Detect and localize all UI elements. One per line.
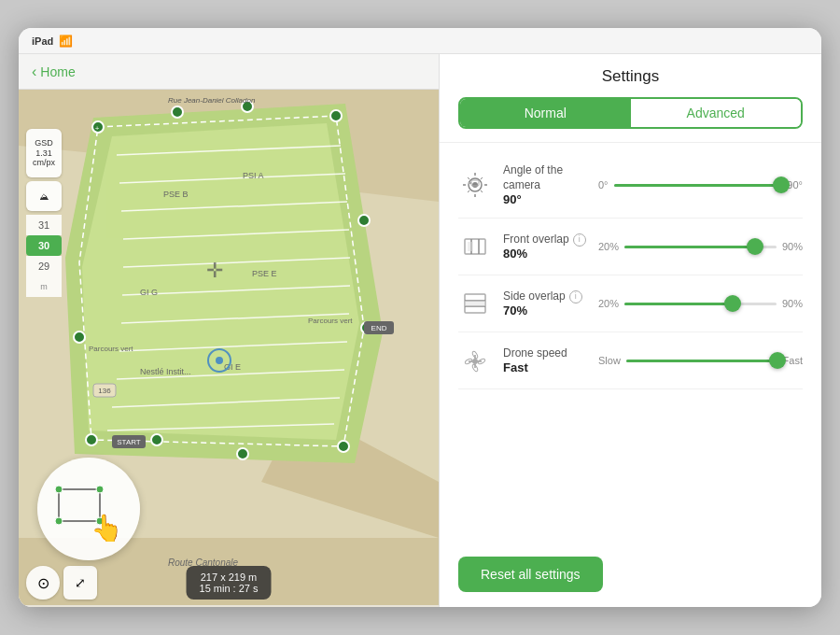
svg-point-21 — [330, 110, 342, 121]
svg-point-51 — [96, 486, 104, 493]
svg-rect-65 — [465, 301, 485, 306]
front-overlap-value: 80% — [503, 247, 587, 261]
svg-point-28 — [151, 434, 162, 445]
tab-normal[interactable]: Normal — [460, 99, 631, 127]
svg-text:Rue Jean-Daniel Colladon: Rue Jean-Daniel Colladon — [168, 96, 256, 105]
svg-text:+: + — [95, 124, 100, 133]
drone-icon — [458, 344, 492, 377]
svg-point-19 — [172, 106, 183, 118]
front-overlap-slider-area: 20% 90% — [598, 237, 803, 256]
front-overlap-name: Front overlap i — [503, 233, 587, 247]
svg-point-22 — [358, 215, 370, 226]
side-overlap-value: 70% — [503, 303, 587, 318]
side-overlap-min: 20% — [598, 298, 619, 309]
front-overlap-max: 90% — [782, 241, 803, 252]
camera-angle-slider[interactable] — [614, 176, 782, 194]
settings-panel: Settings Normal Advanced — [439, 54, 821, 607]
terrain-button[interactable]: ⛰ — [26, 181, 62, 211]
front-overlap-row: Front overlap i 80% 20% 9 — [458, 219, 803, 275]
alt-30-active[interactable]: 30 — [26, 235, 62, 256]
gsd-button[interactable]: GSD 1.31 cm/px — [26, 129, 62, 177]
drone-speed-max: Fast — [783, 355, 803, 366]
side-overlap-label-area: Side overlap i 70% — [503, 289, 587, 318]
svg-point-50 — [55, 486, 63, 493]
gsd-value: 1.31 — [35, 148, 52, 159]
mission-info: 217 x 219 m 15 min : 27 s — [187, 566, 272, 600]
drone-speed-row: Drone speed Fast Slow Fast — [458, 332, 803, 389]
svg-point-48 — [216, 357, 223, 364]
wifi-icon: 📶 — [59, 35, 73, 48]
alt-unit: m — [26, 276, 62, 297]
drone-speed-min: Slow — [598, 355, 621, 366]
camera-angle-row: Angle of the camera 90° 0° 90° — [458, 152, 803, 219]
mission-duration: 15 min : 27 s — [200, 583, 259, 594]
svg-rect-61 — [468, 242, 473, 251]
drone-speed-slider-area: Slow Fast — [598, 351, 803, 370]
svg-text:START: START — [117, 438, 141, 446]
front-overlap-slider[interactable] — [624, 237, 777, 256]
camera-angle-value: 90° — [503, 192, 587, 206]
status-bar: iPad 📶 — [19, 28, 821, 54]
svg-text:PSE E: PSE E — [252, 269, 277, 278]
svg-text:PSE B: PSE B — [163, 190, 189, 199]
svg-text:✛: ✛ — [206, 259, 223, 282]
chevron-left-icon: ‹ — [32, 64, 36, 80]
bottom-left-buttons: ⊙ ⤢ — [26, 566, 97, 600]
tab-advanced[interactable]: Advanced — [631, 99, 802, 127]
svg-text:GI E: GI E — [224, 362, 241, 372]
reset-settings-button[interactable]: Reset all settings — [458, 557, 603, 592]
back-label: Home — [40, 64, 75, 79]
drone-speed-slider[interactable] — [626, 351, 777, 370]
svg-text:PSI A: PSI A — [243, 171, 264, 180]
camera-angle-slider-area: 0° 90° — [598, 176, 803, 194]
front-overlap-min: 20% — [598, 241, 619, 252]
gsd-label: GSD — [35, 138, 53, 148]
svg-text:Parcours vert: Parcours vert — [89, 345, 133, 353]
expand-button[interactable]: ⤢ — [63, 566, 97, 600]
tutorial-circle: 👆 — [37, 458, 140, 560]
nav-bar: ‹ Home — [19, 54, 439, 90]
svg-text:Parcours vert: Parcours vert — [308, 317, 353, 325]
side-overlap-slider[interactable] — [624, 294, 777, 313]
front-overlap-icon — [458, 230, 492, 263]
side-overlap-slider-area: 20% 90% — [598, 294, 803, 313]
alt-31[interactable]: 31 — [26, 215, 62, 235]
side-overlap-max: 90% — [782, 298, 803, 309]
location-button[interactable]: ⊙ — [26, 566, 60, 600]
status-bar-left: iPad 📶 — [32, 35, 73, 48]
side-overlap-row: Side overlap i 70% 20% 90 — [458, 275, 803, 332]
camera-icon — [458, 168, 492, 202]
front-overlap-label-area: Front overlap i 80% — [503, 233, 587, 261]
svg-point-25 — [237, 448, 248, 459]
gsd-unit: cm/px — [33, 158, 55, 168]
svg-point-52 — [55, 517, 63, 525]
side-overlap-name: Side overlap i — [503, 289, 587, 304]
side-overlap-info[interactable]: i — [569, 290, 582, 303]
side-overlap-icon — [458, 287, 492, 320]
settings-title: Settings — [458, 67, 803, 86]
svg-text:Nestlé Instit...: Nestlé Instit... — [140, 367, 191, 376]
camera-angle-min: 0° — [598, 179, 609, 190]
back-button[interactable]: ‹ Home — [32, 64, 76, 80]
svg-text:END: END — [371, 324, 387, 332]
alt-29[interactable]: 29 — [26, 256, 62, 276]
device-frame: iPad 📶 ‹ Home — [19, 28, 821, 607]
tutorial-inner: 👆 — [51, 476, 126, 542]
altitude-selector: 31 30 29 m — [26, 215, 62, 297]
map-panel: ‹ Home — [19, 54, 439, 607]
svg-text:GI G: GI G — [140, 288, 158, 297]
main-content: ‹ Home — [19, 54, 821, 607]
settings-footer: Reset all settings — [440, 545, 821, 607]
carrier-label: iPad — [32, 35, 53, 47]
svg-point-26 — [86, 434, 97, 445]
drone-speed-value: Fast — [503, 360, 587, 374]
tab-switcher: Normal Advanced — [458, 97, 803, 129]
side-toolbar: GSD 1.31 cm/px ⛰ 31 30 29 m — [26, 129, 62, 297]
settings-content: Angle of the camera 90° 0° 90° — [440, 143, 821, 545]
front-overlap-info[interactable]: i — [573, 233, 586, 247]
svg-point-27 — [74, 332, 85, 343]
svg-point-66 — [472, 359, 478, 364]
mission-dimensions: 217 x 219 m — [200, 572, 259, 583]
svg-text:136: 136 — [98, 387, 111, 395]
location-icon: ⊙ — [37, 574, 49, 592]
